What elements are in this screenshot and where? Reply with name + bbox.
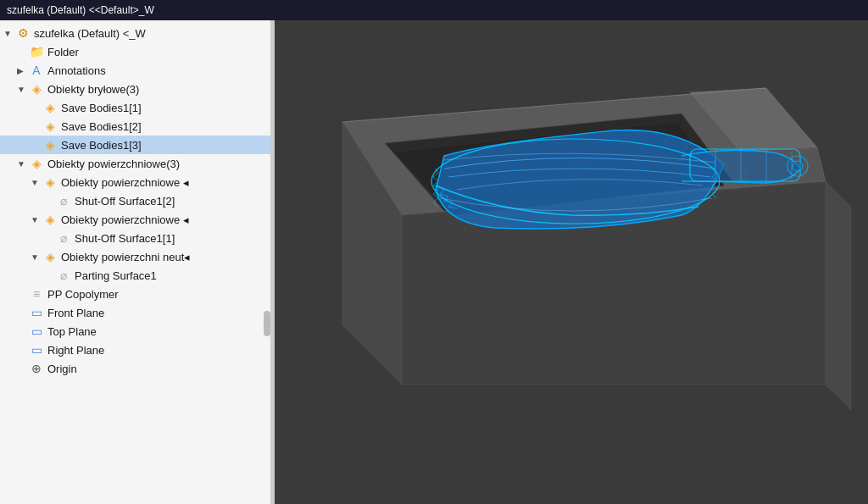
- tree-item-save-bodies-1[interactable]: ◈Save Bodies1[1]: [0, 98, 270, 117]
- tree-item-neutral-surface[interactable]: ▼◈Obiekty powierzchni neut◂: [0, 247, 270, 266]
- tree-label: Top Plane: [47, 325, 267, 338]
- tree-icon: ◈: [42, 249, 58, 264]
- tree-icon: ⚙: [15, 25, 31, 41]
- tree-item-surface-bodies[interactable]: ▼◈Obiekty powierzchniowe(3): [0, 154, 270, 173]
- svg-point-16: [793, 161, 803, 171]
- tree-label: Right Plane: [47, 344, 267, 357]
- tree-item-origin[interactable]: ⊕Origin: [0, 359, 270, 378]
- tree-label: Obiekty powierzchniowe ◂: [61, 176, 267, 189]
- tree-label: Obiekty powierzchniowe ◂: [61, 213, 267, 226]
- tree-item-save-bodies-3[interactable]: ◈Save Bodies1[3]: [0, 136, 270, 154]
- tree-label: Shut-Off Surface1[1]: [75, 232, 267, 245]
- expand-arrow[interactable]: ▼: [31, 178, 42, 187]
- tree-icon: ▭: [29, 324, 44, 339]
- tree-icon: ◈: [42, 100, 58, 115]
- tree-item-shutoff-2[interactable]: ⌀Shut-Off Surface1[2]: [0, 191, 270, 210]
- expand-arrow[interactable]: ▼: [3, 29, 15, 38]
- tree-label: Obiekty powierzchni neut◂: [61, 251, 267, 263]
- tree-item-surface-bodies-sub1[interactable]: ▼◈Obiekty powierzchniowe ◂: [0, 173, 270, 191]
- tree-label: szufelka (Default) <_W: [34, 27, 267, 40]
- tree-item-root[interactable]: ▼⚙szufelka (Default) <_W: [0, 24, 270, 42]
- svg-marker-3: [826, 181, 851, 410]
- tree-icon: ◈: [29, 156, 44, 171]
- feature-tree-panel: ▼⚙szufelka (Default) <_W📁Folder▶AAnnotat…: [0, 20, 271, 504]
- tree-item-solid-bodies[interactable]: ▼◈Obiekty bryłowe(3): [0, 80, 270, 98]
- tree-icon: ⊕: [29, 361, 44, 376]
- tree-item-shutoff-1[interactable]: ⌀Shut-Off Surface1[1]: [0, 229, 270, 247]
- tree-label: Front Plane: [47, 307, 267, 319]
- tree-item-top-plane[interactable]: ▭Top Plane: [0, 322, 270, 341]
- tree-item-folder[interactable]: 📁Folder: [0, 42, 270, 61]
- tree-label: Folder: [47, 46, 267, 58]
- tree-label: Parting Surface1: [75, 269, 267, 282]
- tree-icon: A: [29, 63, 44, 78]
- tree-icon: ⌀: [56, 268, 71, 283]
- tree-label: Save Bodies1[3]: [61, 139, 267, 152]
- tree-label: Obiekty bryłowe(3): [47, 83, 267, 96]
- tree-item-surface-bodies-sub2[interactable]: ▼◈Obiekty powierzchniowe ◂: [0, 210, 270, 229]
- tree-icon: ◈: [42, 174, 58, 190]
- tree-item-right-plane[interactable]: ▭Right Plane: [0, 341, 270, 359]
- expand-arrow[interactable]: ▼: [31, 252, 42, 262]
- tree-item-parting[interactable]: ⌀Parting Surface1: [0, 266, 270, 285]
- tree-icon: ◈: [42, 119, 58, 134]
- tree-label: Annotations: [47, 64, 267, 77]
- title-bar: szufelka (Default) <<Default>_W: [0, 0, 868, 20]
- tree-icon: ◈: [42, 212, 58, 227]
- tree-label: PP Copolymer: [47, 288, 267, 301]
- expand-arrow[interactable]: ▼: [17, 85, 29, 94]
- expand-arrow[interactable]: ▶: [17, 66, 29, 75]
- tree-item-front-plane[interactable]: ▭Front Plane: [0, 303, 270, 322]
- tree-label: Origin: [47, 363, 267, 375]
- tree-item-annotations[interactable]: ▶AAnnotations: [0, 61, 270, 80]
- expand-arrow[interactable]: ▼: [17, 159, 29, 169]
- tree-icon: ▭: [29, 342, 44, 357]
- tree-label: Save Bodies1[1]: [61, 102, 267, 114]
- tree-label: Save Bodies1[2]: [61, 120, 267, 133]
- tree-item-material[interactable]: ≡PP Copolymer: [0, 285, 270, 303]
- expand-arrow[interactable]: ▼: [31, 215, 42, 224]
- tree-label: Obiekty powierzchniowe(3): [47, 158, 267, 170]
- tree-label: Shut-Off Surface1[2]: [75, 195, 267, 208]
- tree-icon: ◈: [42, 137, 58, 152]
- tree-icon: ⌀: [56, 193, 71, 208]
- tree-icon: ≡: [29, 286, 44, 302]
- viewport[interactable]: [275, 20, 868, 504]
- tree-icon: ◈: [29, 81, 44, 97]
- tree-icon: ⌀: [56, 230, 71, 246]
- tree-icon: ▭: [29, 305, 44, 320]
- tree-item-save-bodies-2[interactable]: ◈Save Bodies1[2]: [0, 117, 270, 136]
- tree-icon: 📁: [29, 44, 44, 59]
- app-title: szufelka (Default) <<Default>_W: [7, 4, 154, 16]
